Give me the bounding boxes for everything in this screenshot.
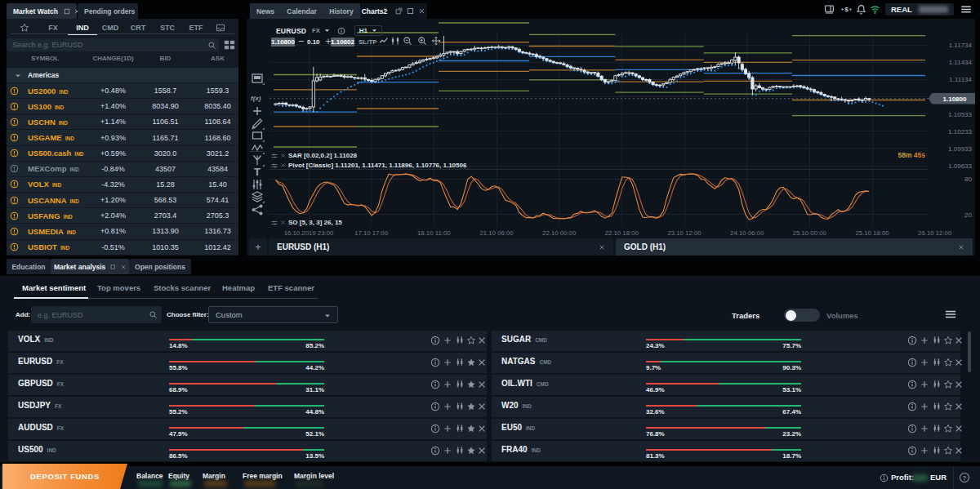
market-depth-icon[interactable] [455,402,465,411]
info-icon[interactable] [907,424,917,433]
instrument-row-VOLX[interactable]: VOLXIND-4.32%15.2815.40 [7,177,238,192]
remove-icon[interactable] [954,402,964,411]
plus-tool[interactable] [251,104,264,118]
sentiment-row-OIL.WTI[interactable]: OIL.WTICMD46.9%53.1% [492,375,960,395]
close-icon[interactable] [280,220,286,225]
remove-icon[interactable] [954,424,964,433]
add-symbol-input[interactable] [31,306,162,323]
favorite-star-icon[interactable] [466,358,476,367]
shapes-tool[interactable] [251,129,264,142]
market-depth-icon[interactable] [932,380,942,389]
sentiment-row-EURUSD[interactable]: EURUSDFX55.8%44.2% [8,353,487,373]
add-icon[interactable] [920,446,929,456]
favorite-star-icon[interactable] [943,336,953,345]
favorite-star-icon[interactable] [943,380,953,389]
sentiment-row-EU50[interactable]: EU50IND76.8%23.2% [492,419,960,439]
popout-icon[interactable] [110,264,115,270]
add-icon[interactable] [443,380,452,389]
favorite-star-icon[interactable] [466,446,476,456]
info-icon[interactable] [907,336,917,345]
chart-tab-gold-h1-[interactable]: GOLD (H1) [616,238,973,256]
tab-charts2[interactable]: Charts2 [360,3,427,19]
instrument-row-USCANNA[interactable]: USCANNAIND+1.20%568.53574.41 [7,193,238,207]
remove-icon[interactable] [477,446,487,456]
filter-tab-STC[interactable]: STC [155,21,180,33]
favorite-star-icon[interactable] [943,358,953,367]
add-icon[interactable] [443,402,452,411]
remove-icon[interactable] [954,336,964,345]
sentiment-row-GBPUSD[interactable]: GBPUSDFX68.9%31.1% [8,375,487,395]
add-icon[interactable] [920,380,929,389]
close-icon[interactable] [958,244,964,251]
tab-market-analysis[interactable]: Market analysis [51,259,129,274]
market-depth-icon[interactable] [932,336,942,345]
favorite-star-icon[interactable] [466,336,476,345]
settings-icon[interactable] [271,162,278,169]
close-icon[interactable] [280,153,286,158]
scrollbar-thumb[interactable] [968,331,971,372]
info-icon[interactable] [430,446,440,456]
filter-tab-IND[interactable]: IND [70,21,95,33]
pencil-tool[interactable] [251,117,264,130]
subtab-market-sentiment[interactable]: Market sentiment [22,283,86,292]
filter-tab-ETF[interactable]: ETF [185,21,207,33]
instrument-row-USMEDIA[interactable]: USMEDIAIND+0.81%1313.901316.73 [7,224,238,238]
instrument-row-USGAME[interactable]: USGAMEIND+0.93%1165.711168.60 [7,130,238,144]
sentiment-row-USDJPY[interactable]: USDJPYFX55.2%44.8% [8,397,487,417]
decrease-volume-button[interactable] [297,37,305,46]
instrument-row-US500.cash[interactable]: US500.cashIND+0.59%3020.03021.2 [7,146,238,161]
add-icon[interactable] [920,424,929,433]
settings-icon[interactable] [271,153,278,159]
help-icon[interactable]: ? [959,472,970,483]
account-selector[interactable]: REAL [885,3,954,16]
subtab-etf-scanner[interactable]: ETF scanner [268,283,314,292]
add-icon[interactable] [443,424,452,433]
market-depth-icon[interactable] [455,446,465,456]
add-chart-tab-button[interactable]: + [249,238,267,256]
book-icon[interactable] [824,4,835,15]
instrument-row-US2000[interactable]: US2000IND+0.48%1558.71559.3 [7,83,238,98]
add-icon[interactable] [920,358,929,367]
favorite-star-icon[interactable] [943,402,953,411]
add-icon[interactable] [920,402,929,411]
close-icon[interactable] [121,264,126,270]
remove-icon[interactable] [477,424,487,433]
popout-icon[interactable] [407,7,414,15]
subtab-stocks-scanner[interactable]: Stocks scanner [154,283,211,292]
buy-price-button[interactable]: 1.10802 [331,38,354,47]
deposit-funds-button[interactable]: DEPOSIT FUNDS [2,464,127,489]
instrument-row-US100[interactable]: US100IND+1.40%8034.908035.40 [7,99,238,113]
add-icon[interactable] [443,446,452,456]
info-icon[interactable] [430,424,440,433]
chart-symbol[interactable]: EURUSD [276,27,306,35]
tab-news[interactable]: News [250,3,281,19]
star-filter-tab[interactable] [18,21,31,33]
chart-market[interactable]: FX [312,27,320,34]
add-icon[interactable] [443,336,452,345]
close-icon[interactable] [418,7,425,15]
info-icon[interactable] [907,446,917,456]
sentiment-row-SUGAR[interactable]: SUGARCMD24.3%75.7% [492,331,960,351]
favorite-star-icon[interactable] [466,380,476,389]
remove-icon[interactable] [477,358,487,367]
linechart-icon[interactable] [379,36,389,46]
remove-icon[interactable] [954,446,964,456]
info-icon[interactable] [907,380,917,389]
tray-filter-tab[interactable] [214,21,227,33]
subtab-top-movers[interactable]: Top movers [97,283,140,292]
close-icon[interactable] [280,162,286,168]
indicator-tool[interactable] [251,178,264,191]
info-icon[interactable] [430,336,440,345]
market-depth-icon[interactable] [455,424,465,433]
favorite-star-icon[interactable] [943,446,953,456]
add-icon[interactable] [443,358,452,367]
indicators-tool[interactable]: f(x) [251,91,264,104]
tab-pending-orders[interactable]: Pending orders [78,3,138,19]
tab-market-watch[interactable]: Market Watch [7,3,77,19]
tab-open-positions[interactable]: Open positions [129,259,191,274]
remove-icon[interactable] [477,380,487,389]
remove-icon[interactable] [954,380,964,389]
instrument-row-USBIOT[interactable]: USBIOTIND-0.51%1010.351012.42 [7,240,238,255]
search-input[interactable] [7,38,219,51]
market-depth-icon[interactable] [455,358,465,367]
